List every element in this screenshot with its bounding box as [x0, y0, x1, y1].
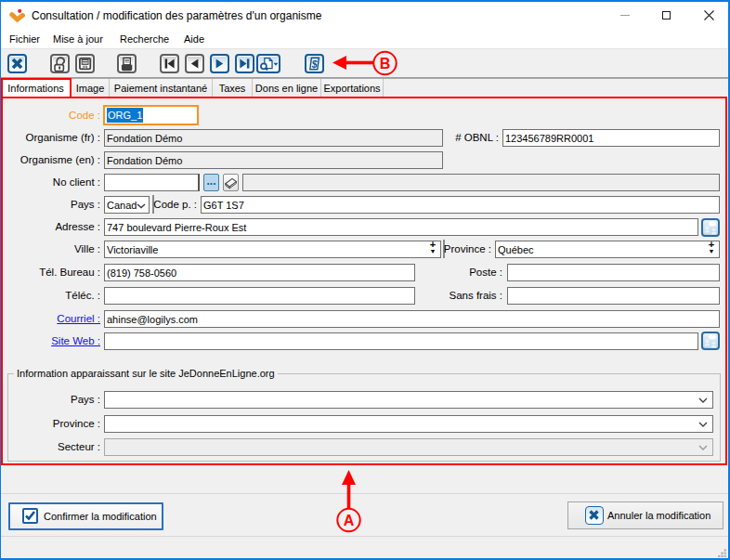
svg-text:B: B — [380, 56, 391, 72]
svg-text:A: A — [344, 513, 355, 528]
svg-text:$: $ — [311, 59, 318, 70]
